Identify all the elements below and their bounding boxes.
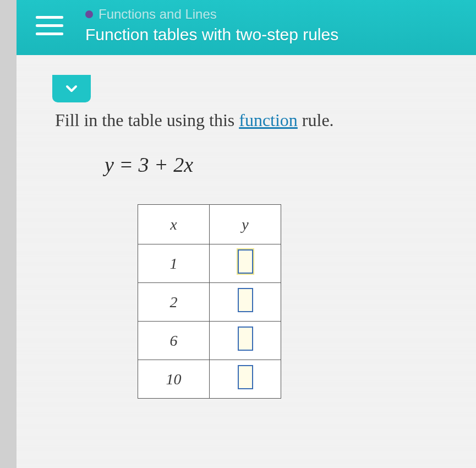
content-area: Fill in the table using this function ru… — [17, 55, 476, 426]
x-value: 6 — [138, 322, 210, 360]
y-cell — [210, 283, 281, 322]
equation: y = 3 + 2x — [105, 153, 448, 177]
x-value: 2 — [138, 283, 210, 322]
instruction-text: Fill in the table using this function ru… — [55, 110, 448, 130]
main-area: Functions and Lines Function tables with… — [17, 0, 476, 468]
table-row: 1 — [138, 244, 281, 283]
y-cell — [210, 244, 281, 283]
y-input[interactable] — [238, 365, 253, 389]
expand-button[interactable] — [52, 75, 91, 102]
table-row: 10 — [138, 360, 281, 399]
function-link[interactable]: function — [239, 110, 298, 130]
breadcrumb: Functions and Lines — [85, 7, 476, 22]
y-input[interactable] — [238, 326, 253, 351]
y-input[interactable] — [238, 288, 253, 312]
table-row: 6 — [138, 322, 281, 360]
table-row: 2 — [138, 283, 281, 322]
instruction-prefix: Fill in the table using this — [55, 110, 239, 130]
status-dot-icon — [85, 10, 93, 18]
y-cell — [210, 322, 281, 360]
y-cell — [210, 360, 281, 399]
breadcrumb-label: Functions and Lines — [99, 7, 217, 22]
column-header-x: x — [138, 205, 210, 244]
instruction-suffix: rule. — [298, 110, 334, 130]
x-value: 10 — [138, 360, 210, 399]
hamburger-menu-icon[interactable] — [36, 12, 63, 39]
x-value: 1 — [138, 244, 210, 283]
y-input[interactable] — [238, 249, 253, 274]
page-title: Function tables with two-step rules — [85, 25, 476, 44]
page-header: Functions and Lines Function tables with… — [17, 0, 476, 55]
left-strip — [0, 0, 17, 468]
column-header-y: y — [210, 205, 281, 244]
function-table: x y 1 2 6 10 — [138, 204, 448, 399]
chevron-down-icon — [65, 82, 78, 95]
header-text: Functions and Lines Function tables with… — [85, 7, 476, 44]
